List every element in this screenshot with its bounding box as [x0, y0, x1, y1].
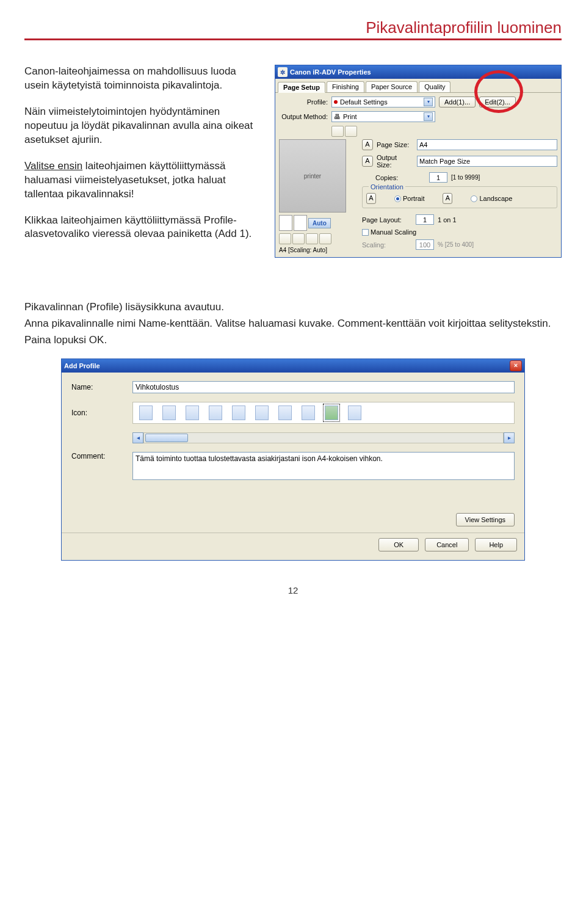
- comment-label: Comment:: [71, 452, 126, 460]
- icon-label: Icon:: [71, 409, 126, 417]
- page-size-combo[interactable]: A4: [417, 139, 557, 150]
- tab-page-setup[interactable]: Page Setup: [278, 82, 325, 93]
- profile-icon[interactable]: [348, 406, 361, 420]
- name-field[interactable]: [132, 381, 515, 393]
- profile-dot-icon: [334, 100, 338, 104]
- mid-p2: Anna pikavalinnalle nimi Name-kenttään. …: [24, 317, 562, 331]
- copies-range: [1 to 9999]: [451, 174, 480, 181]
- mid-p3: Paina lopuksi OK.: [24, 333, 562, 347]
- landscape-label: Landscape: [479, 195, 512, 202]
- mini-icon[interactable]: [292, 233, 305, 244]
- a-badge-icon: A: [362, 156, 373, 167]
- page-layout-spinner[interactable]: 1: [416, 214, 434, 225]
- intro-p4: Klikkaa laiteohjaimen käyttöliittymässä …: [24, 214, 264, 242]
- edit-profile-button[interactable]: Edit(2)...: [479, 96, 516, 107]
- ok-button[interactable]: OK: [378, 538, 419, 551]
- intro-text: Canon-laiteohjaimessa on mahdollisuus lu…: [24, 65, 264, 258]
- portrait-radio[interactable]: Portrait: [394, 193, 424, 204]
- add-profile-button[interactable]: Add(1)...: [439, 96, 476, 107]
- layout-thumb[interactable]: [279, 215, 292, 231]
- intro-p3: Valitse ensin laiteohjaimen käyttöliitty…: [24, 159, 264, 202]
- icon-picker[interactable]: [132, 402, 515, 424]
- chevron-down-icon: ▾: [424, 112, 433, 121]
- mini-icon[interactable]: [319, 233, 331, 244]
- page-number: 12: [24, 585, 562, 595]
- view-settings-button[interactable]: View Settings: [456, 513, 515, 526]
- page-size-value: A4: [419, 141, 427, 148]
- intro-p2: Näin viimeistelytoimintojen hyödyntämine…: [24, 105, 264, 147]
- scroll-left-icon[interactable]: ◂: [132, 432, 143, 443]
- comment-field[interactable]: Tämä toiminto tuottaa tulostettavasta as…: [132, 452, 515, 480]
- properties-titlebar: ✲ Canon iR-ADV Properties: [275, 65, 561, 79]
- profile-combo[interactable]: Default Settings ▾: [331, 96, 435, 107]
- auto-button[interactable]: Auto: [308, 218, 331, 228]
- preview-caption: A4 [Scaling: Auto]: [279, 247, 358, 253]
- intro-p1: Canon-laiteohjaimessa on mahdollisuus lu…: [24, 65, 264, 93]
- add-profile-dialog: Add Profile × Name: Icon:: [61, 358, 525, 561]
- mid-p1: Pikavalinnan (Profile) lisäysikkuna avau…: [24, 300, 562, 315]
- portrait-label: Portrait: [403, 195, 424, 202]
- header-rule: [24, 38, 562, 40]
- output-method-value: Print: [343, 113, 357, 120]
- output-size-combo[interactable]: Match Page Size: [417, 156, 557, 167]
- scaling-spinner: 100: [416, 239, 434, 250]
- output-method-label: Output Method:: [279, 113, 328, 120]
- profile-icon[interactable]: [209, 406, 222, 420]
- page-size-label: Page Size:: [377, 141, 413, 148]
- mini-icon[interactable]: [331, 126, 344, 137]
- properties-title: Canon iR-ADV Properties: [290, 68, 371, 76]
- mini-icon[interactable]: [345, 126, 357, 137]
- scaling-label: Scaling:: [362, 241, 412, 249]
- page-title: Pikavalintaprofiilin luominen: [24, 18, 562, 38]
- output-method-combo[interactable]: 🖶 Print ▾: [331, 111, 435, 122]
- profile-icon[interactable]: [255, 406, 269, 420]
- help-button[interactable]: Help: [475, 538, 517, 551]
- profile-icon[interactable]: [139, 406, 153, 420]
- profile-icon[interactable]: [186, 406, 199, 420]
- scroll-right-icon[interactable]: ▸: [504, 432, 515, 443]
- profile-icon[interactable]: [278, 406, 292, 420]
- intro-p3-lead: Valitse ensin: [24, 160, 82, 172]
- landscape-radio[interactable]: Landscape: [471, 193, 512, 204]
- output-size-label: Output Size:: [377, 154, 413, 169]
- page-layout-label: Page Layout:: [362, 216, 412, 224]
- chevron-down-icon: ▾: [424, 98, 433, 106]
- add-profile-titlebar: Add Profile ×: [62, 359, 524, 373]
- a-badge-icon: A: [362, 139, 373, 150]
- mini-icon[interactable]: [279, 233, 291, 244]
- page-layout-value: 1 on 1: [438, 216, 457, 224]
- mini-icon[interactable]: [306, 233, 318, 244]
- layout-thumb[interactable]: [294, 215, 307, 231]
- profile-icon[interactable]: [162, 406, 176, 420]
- tab-finishing[interactable]: Finishing: [327, 81, 364, 92]
- profile-icon-selected[interactable]: [325, 406, 338, 420]
- copies-label: Copies:: [375, 174, 425, 181]
- orientation-group: Orientation A Portrait A Landscape: [362, 186, 557, 208]
- a-badge-icon: A: [443, 193, 452, 204]
- name-label: Name:: [71, 383, 126, 391]
- cancel-button[interactable]: Cancel: [425, 538, 469, 551]
- profile-icon[interactable]: [232, 406, 245, 420]
- add-profile-title: Add Profile: [64, 362, 100, 369]
- output-size-value: Match Page Size: [419, 158, 470, 165]
- gear-icon: ✲: [278, 67, 288, 77]
- profile-value: Default Settings: [340, 98, 388, 106]
- close-icon[interactable]: ×: [510, 360, 522, 371]
- scrollbar-thumb[interactable]: [145, 434, 188, 442]
- printer-preview: printer: [279, 139, 346, 213]
- copies-spinner[interactable]: 1: [429, 172, 447, 183]
- printer-icon: 🖶: [334, 113, 341, 120]
- icon-scrollbar[interactable]: [143, 432, 504, 443]
- manual-scaling-check[interactable]: Manual Scaling: [362, 228, 416, 236]
- profile-label: Profile:: [279, 98, 328, 106]
- profile-icon[interactable]: [302, 406, 315, 420]
- mid-text: Pikavalinnan (Profile) lisäysikkuna avau…: [24, 300, 562, 347]
- a-badge-icon: A: [366, 193, 376, 204]
- tab-strip: Page Setup Finishing Paper Source Qualit…: [275, 79, 561, 92]
- properties-window: ✲ Canon iR-ADV Properties Page Setup Fin…: [275, 65, 562, 258]
- manual-scaling-label: Manual Scaling: [371, 228, 416, 236]
- scaling-range: % [25 to 400]: [438, 241, 474, 248]
- orientation-title: Orientation: [369, 183, 405, 191]
- tab-paper-source[interactable]: Paper Source: [366, 81, 418, 92]
- tab-quality[interactable]: Quality: [419, 81, 450, 92]
